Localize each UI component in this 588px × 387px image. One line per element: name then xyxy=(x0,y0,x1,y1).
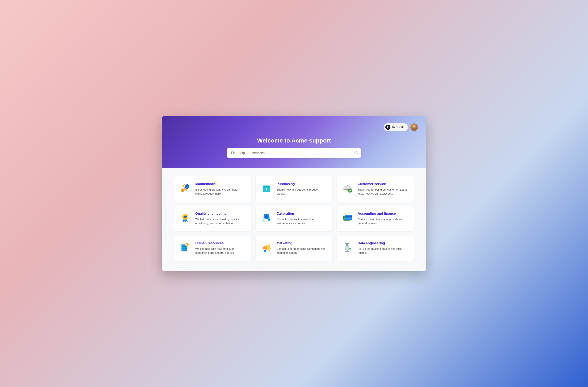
human-resources-icon: HR xyxy=(179,241,191,253)
main-content: Maintenance Is something broken? We can … xyxy=(162,168,426,271)
card-calibration[interactable]: Calibration Contact us for routine machi… xyxy=(255,206,333,231)
card-quality-engineering[interactable]: Quality engineering We help with product… xyxy=(174,206,251,231)
purchasing-body: Purchasing Submit new and additional pro… xyxy=(276,182,327,196)
calibration-icon xyxy=(261,212,272,224)
calibration-title: Calibration xyxy=(276,212,327,216)
svg-point-22 xyxy=(262,221,263,222)
svg-line-1 xyxy=(357,153,358,154)
marketing-icon xyxy=(261,241,272,253)
data-engineering-body: Data engineering Ask us for anything dat… xyxy=(358,241,408,255)
card-purchasing[interactable]: A Purchasing Submit new and additional p… xyxy=(255,176,333,202)
svg-rect-35 xyxy=(184,246,186,247)
svg-point-19 xyxy=(265,215,268,218)
svg-point-20 xyxy=(268,219,270,220)
svg-rect-43 xyxy=(345,243,349,244)
human-resources-desc: We can help with new employee onboarding… xyxy=(195,247,246,255)
hero-section: 2 Requests Welcome to Acme support xyxy=(162,116,426,168)
app-window: 2 Requests Welcome to Acme support xyxy=(162,116,426,271)
card-human-resources[interactable]: HR Human resources We can help with new … xyxy=(174,235,251,261)
svg-rect-28 xyxy=(345,216,352,217)
accounting-finance-icon xyxy=(342,212,354,224)
svg-rect-47 xyxy=(347,250,348,251)
human-resources-title: Human resources xyxy=(195,241,246,245)
requests-badge: 2 xyxy=(385,125,390,130)
maintenance-desc: Is something broken? We can help. Raise … xyxy=(195,188,246,196)
svg-rect-11 xyxy=(266,189,267,191)
data-engineering-desc: Ask us for anything data or analytics re… xyxy=(358,247,408,255)
search-input[interactable] xyxy=(227,148,361,158)
marketing-desc: Contact us for marketing campaigns and m… xyxy=(276,247,327,255)
calibration-body: Calibration Contact us for routine machi… xyxy=(276,212,327,225)
svg-rect-37 xyxy=(182,249,186,249)
purchasing-title: Purchasing xyxy=(276,182,327,186)
svg-rect-33 xyxy=(182,245,184,247)
svg-rect-30 xyxy=(348,218,351,219)
accounting-finance-body: Accounting and finance Contact us for fi… xyxy=(358,212,408,225)
data-engineering-title: Data engineering xyxy=(358,241,408,245)
cards-grid: Maintenance Is something broken? We can … xyxy=(174,176,414,261)
svg-rect-40 xyxy=(263,247,264,249)
customer-service-title: Customer service xyxy=(358,182,408,186)
marketing-body: Marketing Contact us for marketing campa… xyxy=(276,241,327,255)
data-engineering-icon xyxy=(342,241,354,253)
search-bar xyxy=(227,148,361,158)
maintenance-title: Maintenance xyxy=(195,182,246,186)
svg-point-23 xyxy=(264,221,265,222)
svg-rect-15 xyxy=(347,185,348,186)
customer-service-body: Customer service Thank you for being our… xyxy=(358,182,408,196)
card-customer-service[interactable]: Customer service Thank you for being our… xyxy=(337,176,414,202)
svg-text:HR: HR xyxy=(186,244,189,246)
svg-rect-9 xyxy=(263,185,270,187)
quality-engineering-body: Quality engineering We help with product… xyxy=(195,212,246,225)
svg-point-21 xyxy=(263,220,264,221)
svg-rect-6 xyxy=(187,184,188,185)
requests-button[interactable]: 2 Requests xyxy=(384,123,408,131)
svg-rect-29 xyxy=(346,218,348,219)
svg-rect-27 xyxy=(345,215,352,220)
svg-rect-36 xyxy=(182,248,187,248)
human-resources-body: Human resources We can help with new emp… xyxy=(195,241,246,255)
svg-point-41 xyxy=(264,250,266,252)
card-data-engineering[interactable]: Data engineering Ask us for anything dat… xyxy=(337,235,414,261)
purchasing-desc: Submit new and additional product orders… xyxy=(276,188,327,196)
svg-point-45 xyxy=(346,247,348,249)
customer-service-desc: Thank you for being our customer! Let us… xyxy=(358,188,408,196)
calibration-desc: Contact us for routine machine maintenan… xyxy=(276,217,327,225)
svg-point-14 xyxy=(348,188,352,193)
requests-label: Requests xyxy=(392,125,404,129)
maintenance-body: Maintenance Is something broken? We can … xyxy=(195,182,246,196)
svg-point-48 xyxy=(349,248,351,251)
purchasing-icon: A xyxy=(261,182,272,194)
maintenance-icon xyxy=(179,182,191,194)
quality-engineering-desc: We help with product testing, quality mo… xyxy=(195,217,246,225)
accounting-finance-title: Accounting and finance xyxy=(358,212,408,216)
card-marketing[interactable]: Marketing Contact us for marketing campa… xyxy=(255,235,333,261)
accounting-finance-desc: Contact us for financial approvals and g… xyxy=(358,217,408,225)
page-title: Welcome to Acme support xyxy=(170,137,418,144)
quality-engineering-title: Quality engineering xyxy=(195,212,246,216)
marketing-title: Marketing xyxy=(276,241,327,245)
search-icon xyxy=(354,150,358,154)
search-button[interactable] xyxy=(354,150,358,156)
customer-service-icon xyxy=(342,182,354,194)
card-maintenance[interactable]: Maintenance Is something broken? We can … xyxy=(174,176,251,202)
quality-engineering-icon xyxy=(179,212,191,224)
avatar-image xyxy=(410,123,418,131)
avatar[interactable] xyxy=(410,123,418,131)
card-accounting-finance[interactable]: Accounting and finance Contact us for fi… xyxy=(337,206,414,231)
top-bar: 2 Requests xyxy=(170,123,418,131)
